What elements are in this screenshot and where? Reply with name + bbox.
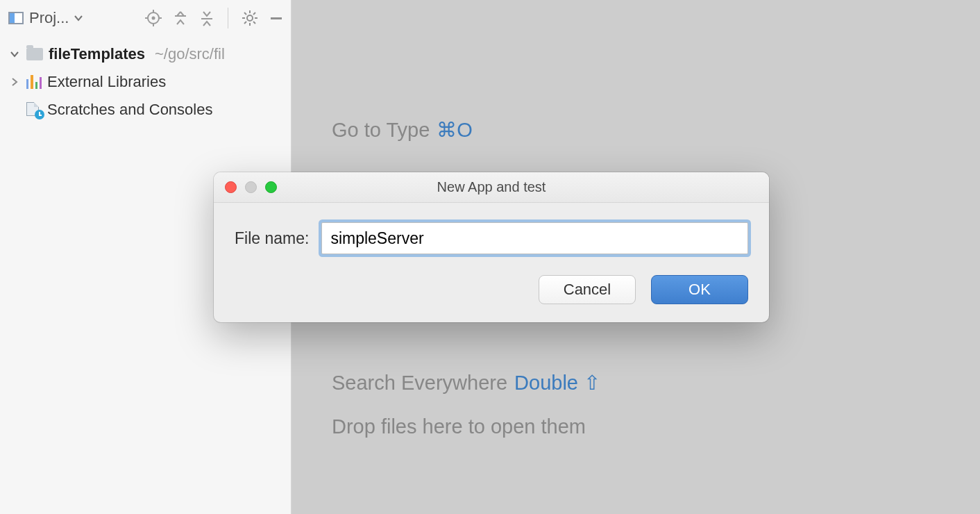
hint-drop-files: Drop files here to open them — [332, 415, 600, 438]
dialog-body: File name: — [214, 203, 769, 261]
sidebar-toolbar: Proj... — [0, 0, 291, 36]
tree-external-libraries[interactable]: External Libraries — [0, 68, 291, 96]
tree-node-label: External Libraries — [47, 73, 166, 91]
target-icon[interactable] — [144, 9, 162, 27]
maximize-window-icon[interactable] — [265, 181, 277, 193]
hint-shortcut: Double ⇧ — [514, 371, 600, 395]
tree-node-path: ~/go/src/fil — [155, 45, 225, 63]
minimize-icon[interactable] — [269, 10, 284, 26]
project-tree: fileTemplates ~/go/src/fil External Libr… — [0, 36, 291, 124]
tree-scratches[interactable]: · Scratches and Consoles — [0, 96, 291, 124]
dialog-titlebar[interactable]: New App and test — [214, 172, 769, 203]
tree-node-label: Scratches and Consoles — [47, 101, 212, 119]
svg-rect-3 — [271, 17, 282, 19]
window-controls — [214, 181, 277, 193]
project-view-selector[interactable]: Proj... — [8, 9, 83, 27]
filename-label: File name: — [235, 229, 309, 248]
project-view-label: Proj... — [29, 9, 69, 27]
dialog-title: New App and test — [214, 179, 769, 195]
new-file-dialog: New App and test File name: Cancel OK — [214, 172, 769, 322]
chevron-down-icon — [74, 15, 83, 22]
gear-icon[interactable] — [241, 9, 259, 27]
hint-text: Drop files here to open them — [332, 415, 586, 438]
chevron-right-icon[interactable] — [8, 77, 21, 87]
hint-go-to-type: Go to Type ⌘O — [332, 118, 600, 142]
filename-input[interactable] — [321, 222, 748, 254]
hint-text: Search Everywhere — [332, 372, 507, 395]
window-icon — [8, 12, 24, 24]
collapse-all-icon[interactable] — [198, 10, 215, 26]
cancel-button[interactable]: Cancel — [539, 275, 636, 304]
chevron-down-icon[interactable] — [8, 49, 21, 59]
ok-button[interactable]: OK — [651, 275, 748, 304]
tree-node-label: fileTemplates — [49, 45, 145, 63]
close-icon[interactable] — [225, 181, 237, 193]
minimize-window-icon — [245, 181, 257, 193]
dialog-buttons: Cancel OK — [214, 261, 769, 322]
hint-shortcut: ⌘O — [437, 118, 473, 142]
svg-point-1 — [152, 17, 155, 20]
toolbar-separator — [228, 8, 228, 28]
hint-search-everywhere: Search Everywhere Double ⇧ — [332, 371, 600, 395]
folder-icon — [26, 48, 43, 60]
scratch-icon — [26, 102, 42, 117]
library-icon — [26, 75, 42, 89]
tree-root-node[interactable]: fileTemplates ~/go/src/fil — [0, 40, 291, 68]
editor-empty-area: Go to Type ⌘O Search Everywhere Double ⇧… — [292, 0, 980, 514]
hint-text: Go to Type — [332, 119, 430, 142]
expand-all-icon[interactable] — [172, 10, 189, 26]
svg-point-2 — [247, 15, 253, 21]
